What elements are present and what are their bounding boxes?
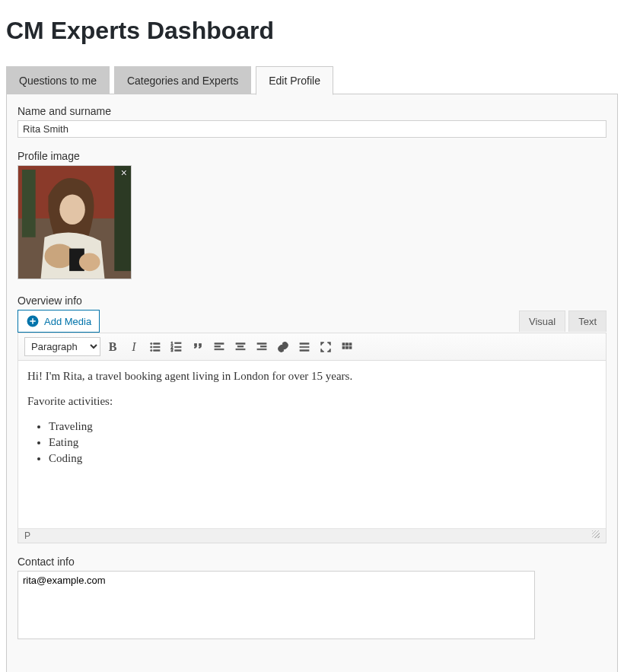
svg-point-10 — [151, 346, 152, 347]
svg-point-8 — [151, 342, 152, 344]
editor-tab-text[interactable]: Text — [568, 311, 606, 332]
svg-rect-28 — [257, 349, 266, 350]
svg-point-5 — [59, 194, 85, 224]
svg-rect-33 — [346, 342, 349, 345]
svg-rect-23 — [236, 342, 245, 344]
overview-label: Overview info — [18, 295, 606, 307]
svg-rect-25 — [236, 349, 245, 350]
tab-categories-and-experts[interactable]: Categories and Experts — [114, 66, 251, 94]
bullet-list-button[interactable] — [146, 338, 164, 356]
tab-row: Questions to me Categories and Experts E… — [6, 66, 618, 94]
profile-image-wrap: × — [18, 165, 132, 279]
svg-rect-22 — [215, 349, 224, 350]
bold-button[interactable]: B — [103, 338, 122, 356]
tab-content: Name and surname Profile image — [6, 94, 618, 672]
svg-rect-17 — [175, 346, 181, 348]
editor-status-bar: P — [18, 528, 606, 543]
add-media-label: Add Media — [44, 316, 91, 327]
editor-path: P — [24, 530, 30, 541]
svg-rect-24 — [237, 346, 244, 347]
list-item: Eating — [49, 436, 597, 449]
list-item: Coding — [49, 452, 597, 465]
italic-button[interactable]: I — [125, 338, 143, 356]
contact-textarea[interactable] — [18, 571, 535, 639]
add-media-button[interactable]: Add Media — [18, 310, 100, 333]
align-left-button[interactable] — [210, 338, 228, 356]
editor-content[interactable]: Hi! I'm Rita, a travel booking agent liv… — [18, 361, 606, 528]
svg-rect-3 — [114, 166, 131, 271]
svg-rect-19 — [175, 349, 181, 351]
svg-rect-9 — [154, 342, 160, 344]
svg-rect-35 — [342, 346, 345, 349]
remove-image-icon[interactable]: × — [121, 167, 127, 179]
svg-rect-21 — [215, 346, 221, 347]
editor-toolbar: Paragraph B I 123 — [18, 333, 606, 361]
svg-rect-2 — [22, 170, 36, 237]
align-right-button[interactable] — [253, 338, 271, 356]
name-label: Name and surname — [18, 105, 606, 117]
insert-more-button[interactable] — [295, 338, 314, 356]
svg-rect-11 — [154, 346, 160, 348]
media-icon — [26, 314, 40, 328]
svg-rect-30 — [300, 346, 309, 348]
svg-text:3: 3 — [171, 348, 174, 352]
format-select[interactable]: Paragraph — [24, 337, 100, 356]
svg-rect-29 — [300, 342, 309, 344]
fullscreen-button[interactable] — [317, 338, 335, 356]
link-button[interactable] — [274, 338, 292, 356]
contact-label: Contact info — [18, 556, 606, 568]
editor-list: Traveling Eating Coding — [49, 420, 597, 465]
svg-point-12 — [151, 349, 152, 351]
list-item: Traveling — [49, 420, 597, 433]
align-center-button[interactable] — [231, 338, 250, 356]
svg-rect-26 — [257, 342, 266, 344]
svg-rect-20 — [215, 342, 224, 344]
name-input[interactable] — [18, 120, 606, 138]
toolbar-toggle-button[interactable] — [338, 338, 356, 356]
page-title: CM Experts Dashboard — [6, 17, 618, 45]
profile-image[interactable] — [18, 165, 132, 279]
svg-rect-15 — [175, 342, 181, 344]
profile-image-label: Profile image — [18, 150, 606, 162]
svg-rect-36 — [346, 346, 349, 349]
svg-point-7 — [79, 253, 100, 271]
svg-rect-37 — [349, 346, 352, 349]
tab-questions-to-me[interactable]: Questions to me — [6, 66, 110, 94]
tab-edit-profile[interactable]: Edit Profile — [256, 66, 333, 95]
svg-rect-34 — [349, 342, 352, 345]
editor-paragraph: Hi! I'm Rita, a travel booking agent liv… — [27, 370, 597, 383]
editor-frame: Paragraph B I 123 Hi! I'm Rita, — [18, 333, 606, 543]
svg-rect-27 — [261, 346, 267, 347]
resize-handle[interactable] — [592, 530, 600, 538]
numbered-list-button[interactable]: 123 — [167, 338, 186, 356]
editor-paragraph: Favorite activities: — [27, 395, 597, 408]
svg-rect-31 — [300, 349, 309, 351]
editor-tab-visual[interactable]: Visual — [519, 311, 565, 332]
svg-rect-13 — [154, 349, 160, 351]
svg-rect-32 — [342, 342, 345, 345]
blockquote-button[interactable] — [189, 338, 207, 356]
